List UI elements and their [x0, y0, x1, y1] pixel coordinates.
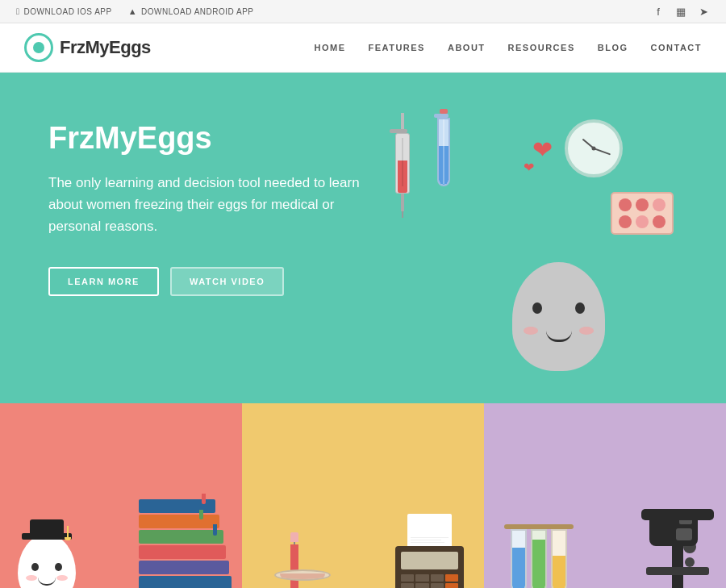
book-stack — [139, 499, 234, 588]
hero-title: FrzMyEggs — [48, 121, 387, 156]
microscope-icon — [641, 509, 714, 588]
top-bar:  DOWNLOAD IOS APP ▲ DOWNLOAD ANDROID AP… — [0, 0, 726, 23]
egg-character — [512, 262, 605, 371]
hero-section: FrzMyEggs The only learning and decision… — [0, 73, 726, 403]
android-download[interactable]: ▲ DOWNLOAD ANDROID APP — [128, 6, 254, 16]
nav-about[interactable]: ABOUT — [448, 43, 486, 52]
ios-download[interactable]:  DOWNLOAD IOS APP — [16, 6, 112, 16]
android-icon: ▲ — [128, 6, 137, 16]
nav-links: HOME FEATURES ABOUT RESOURCES BLOG CONTA… — [314, 43, 702, 52]
nav-contact[interactable]: CONTACT — [651, 43, 702, 52]
education-panel — [0, 403, 242, 588]
logo[interactable]: FrzMyEggs — [24, 33, 151, 62]
logo-icon — [24, 33, 53, 62]
hero-description: The only learning and decision tool need… — [48, 172, 387, 238]
main-nav: FrzMyEggs HOME FEATURES ABOUT RESOURCES … — [0, 23, 726, 73]
nav-home[interactable]: HOME — [314, 43, 345, 52]
calculator-icon — [395, 514, 464, 588]
top-bar-downloads:  DOWNLOAD IOS APP ▲ DOWNLOAD ANDROID AP… — [16, 6, 254, 16]
nav-features[interactable]: FEATURES — [368, 43, 424, 52]
science-panel — [484, 403, 726, 588]
facebook-icon[interactable]: f — [652, 5, 665, 18]
petri-dish-icon — [274, 569, 331, 581]
hero-illustration: ❤ ❤ — [371, 105, 678, 379]
pills-icon — [611, 192, 674, 235]
social-links: f ▦ ➤ — [652, 5, 710, 18]
clock-icon — [565, 119, 623, 177]
syringe-icon — [395, 113, 410, 210]
bottom-panels — [0, 403, 726, 588]
apple-icon:  — [16, 6, 20, 16]
test-tube-icon — [437, 109, 450, 186]
instagram-icon[interactable]: ▦ — [674, 5, 687, 18]
graduation-egg — [18, 534, 76, 588]
ios-download-label: DOWNLOAD IOS APP — [24, 7, 112, 16]
hero-buttons: LEARN MORE WATCH VIDEO — [48, 267, 387, 296]
nav-blog[interactable]: BLOG — [598, 43, 628, 52]
watch-video-button[interactable]: WATCH VIDEO — [170, 267, 284, 296]
android-download-label: DOWNLOAD ANDROID APP — [141, 7, 253, 16]
learn-more-button[interactable]: LEARN MORE — [48, 267, 159, 296]
heart-icon: ❤ — [532, 136, 553, 164]
twitter-icon[interactable]: ➤ — [697, 5, 710, 18]
hero-content: FrzMyEggs The only learning and decision… — [48, 121, 387, 296]
heart-small-icon: ❤ — [524, 160, 534, 175]
nav-resources[interactable]: RESOURCES — [508, 43, 575, 52]
logo-text: FrzMyEggs — [60, 37, 151, 58]
tools-panel — [242, 403, 484, 588]
test-tube-rack — [504, 524, 574, 588]
logo-circle — [33, 42, 44, 53]
